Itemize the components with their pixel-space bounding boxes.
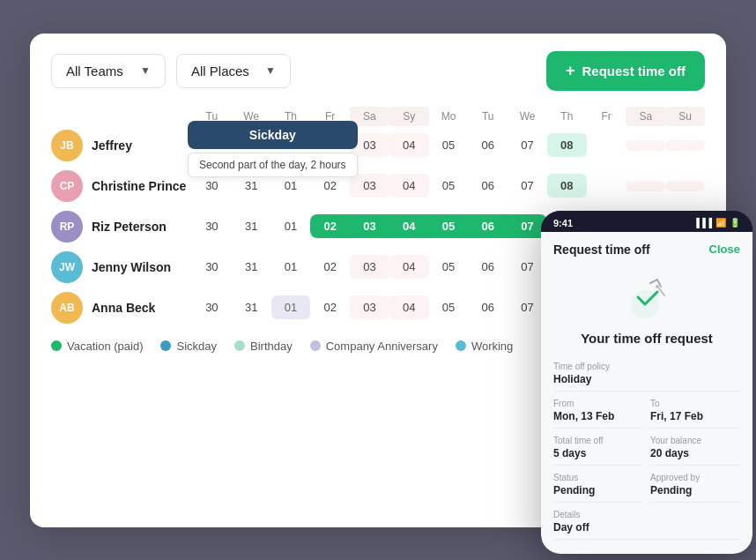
day-cell bbox=[626, 181, 665, 191]
field-value-balance: 20 days bbox=[650, 447, 740, 459]
mobile-field-balance: Your balance 20 days bbox=[650, 430, 740, 466]
calendar-header: Tu We Th Fr Sa Sy Mo Tu We Th Fr Sa Su bbox=[51, 107, 705, 126]
day-cell-green: 04 bbox=[389, 214, 429, 238]
mobile-request-title: Your time off request bbox=[541, 331, 752, 346]
day-cell: 03 bbox=[350, 255, 389, 279]
toolbar: All Teams ▼ All Places ▼ + Request time … bbox=[51, 51, 705, 91]
avatar-cp: CP bbox=[51, 170, 83, 202]
day-cell: 01 bbox=[271, 214, 311, 238]
person-name-jb: Jeffrey bbox=[92, 138, 132, 153]
day-cell: 06 bbox=[468, 255, 508, 279]
day-cell: 03 bbox=[350, 174, 389, 198]
day-cell: 05 bbox=[429, 133, 469, 157]
day-cell: 01 bbox=[271, 255, 311, 279]
day-cell bbox=[665, 181, 705, 191]
chevron-down-icon: ▼ bbox=[140, 64, 151, 77]
day-cell: 06 bbox=[468, 295, 508, 319]
all-places-dropdown[interactable]: All Places ▼ bbox=[176, 54, 291, 88]
day-cell-green: 03 bbox=[350, 214, 389, 238]
person-info-jw: JW Jenny Wilson bbox=[51, 251, 192, 283]
request-time-off-button[interactable]: + Request time off bbox=[546, 51, 705, 91]
mobile-field-status: Status Pending bbox=[553, 467, 643, 503]
field-value-total: 5 days bbox=[553, 447, 643, 459]
request-btn-label: Request time off bbox=[582, 63, 686, 78]
day-cell: 07 bbox=[508, 133, 547, 157]
legend-item-vacation: Vacation (paid) bbox=[51, 340, 143, 353]
col-header-12: Su bbox=[665, 107, 705, 126]
day-cell: 31 bbox=[232, 214, 271, 238]
col-header-6: Mo bbox=[429, 107, 469, 126]
battery-icon: 🔋 bbox=[730, 218, 740, 228]
field-label-balance: Your balance bbox=[650, 436, 740, 445]
col-header-11: Sa bbox=[626, 107, 665, 126]
day-cell bbox=[626, 140, 665, 151]
person-info-cp: CP Christine Prince bbox=[51, 170, 192, 202]
legend-item-sickday: Sickday bbox=[160, 340, 217, 353]
day-cell bbox=[665, 140, 705, 151]
field-label-policy: Time off policy bbox=[553, 362, 740, 371]
day-cell: 04 bbox=[389, 255, 429, 279]
day-cell: 30 bbox=[192, 214, 232, 238]
day-cell bbox=[587, 181, 626, 191]
day-cell: 02 bbox=[310, 255, 350, 279]
day-cell: 01 bbox=[271, 295, 311, 319]
legend-label-working: Working bbox=[471, 340, 513, 353]
legend-label-sickday: Sickday bbox=[176, 340, 217, 353]
day-cell: 30 bbox=[192, 255, 232, 279]
day-cell: 30 bbox=[192, 295, 232, 319]
day-cell: 04 bbox=[389, 133, 429, 157]
day-cell: 06 bbox=[468, 174, 508, 198]
day-cell: 31 bbox=[232, 295, 271, 319]
wifi-icon: 📶 bbox=[715, 218, 726, 228]
legend-label-birthday: Birthday bbox=[250, 340, 293, 353]
day-cell-today: 08 bbox=[547, 174, 587, 198]
person-info-ab: AB Anna Beck bbox=[51, 292, 192, 324]
mobile-header: Request time off Close bbox=[541, 232, 752, 264]
col-header-10: Fr bbox=[587, 107, 626, 126]
legend-dot-working bbox=[456, 340, 466, 351]
badge-cell: 30 bbox=[194, 179, 230, 192]
plus-icon: + bbox=[566, 62, 575, 80]
day-cell: 30 bbox=[192, 174, 232, 198]
day-cell: 02 bbox=[310, 295, 350, 319]
time-off-icon bbox=[619, 271, 675, 327]
legend-item-working: Working bbox=[456, 340, 513, 353]
mobile-field-total: Total time off 5 days bbox=[553, 430, 643, 466]
avatar-jb: JB bbox=[51, 130, 83, 161]
mobile-card: 9:41 ▐▐▐ 📶 🔋 Request time off Close bbox=[541, 211, 752, 554]
day-cell: 01 bbox=[271, 174, 311, 198]
person-info-rp: RP Riz Peterson bbox=[51, 211, 192, 243]
field-label-details: Details bbox=[553, 510, 740, 519]
field-label-from: From bbox=[553, 399, 643, 408]
table-row: CP Christine Prince 30 31 01 02 03 04 05… bbox=[51, 170, 705, 202]
person-col-header bbox=[51, 107, 192, 126]
col-header-8: We bbox=[508, 107, 547, 126]
col-header-5: Sy bbox=[389, 107, 429, 126]
mobile-field-policy: Time off policy Holiday bbox=[553, 356, 740, 392]
field-label-to: To bbox=[650, 399, 740, 408]
day-cell-green: 06 bbox=[468, 214, 508, 238]
mobile-status-bar: 9:41 ▐▐▐ 📶 🔋 bbox=[541, 211, 752, 232]
day-cell: 03 bbox=[350, 295, 389, 319]
legend-label-company: Company Anniversary bbox=[326, 340, 438, 353]
all-teams-dropdown[interactable]: All Teams ▼ bbox=[51, 54, 166, 88]
legend-dot-vacation bbox=[51, 340, 62, 351]
day-cell: 31 bbox=[232, 174, 271, 198]
mobile-header-title: Request time off bbox=[553, 243, 650, 257]
tooltip-subtitle: Second part of the day, 2 hours bbox=[188, 153, 358, 177]
day-cell: 07 bbox=[508, 174, 547, 198]
col-header-9: Th bbox=[547, 107, 587, 126]
table-row: JB Jeffrey 30 31 01 02 03 04 05 06 07 08 bbox=[51, 130, 705, 161]
mobile-field-to: To Fri, 17 Feb bbox=[650, 393, 740, 429]
legend-dot-birthday bbox=[234, 340, 245, 351]
person-name-ab: Anna Beck bbox=[92, 301, 155, 315]
signal-icon: ▐▐▐ bbox=[693, 218, 712, 228]
mobile-icon-area bbox=[541, 271, 752, 327]
mobile-field-approved: Approved by Pending bbox=[650, 467, 740, 503]
field-value-details: Day off bbox=[553, 521, 740, 534]
col-header-7: Tu bbox=[468, 107, 508, 126]
mobile-body: Request time off Close Your time off req… bbox=[541, 232, 752, 554]
all-places-label: All Places bbox=[191, 63, 249, 78]
legend-label-vacation: Vacation (paid) bbox=[67, 340, 143, 353]
mobile-close-button[interactable]: Close bbox=[709, 243, 740, 256]
